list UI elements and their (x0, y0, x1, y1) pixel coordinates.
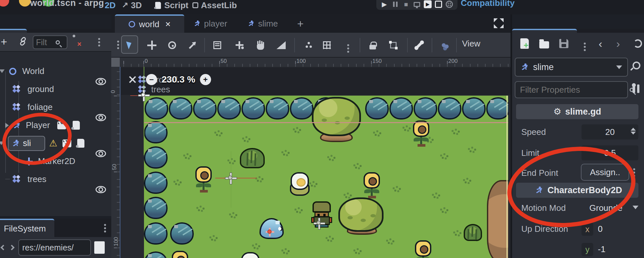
scene-tab-player[interactable]: player (186, 14, 235, 33)
player-gizmo-crosshair[interactable] (314, 218, 325, 229)
extra-tools-icon[interactable] (633, 84, 644, 93)
white-flower-sprite (289, 172, 310, 198)
pan-tool-button[interactable] (254, 39, 267, 52)
tab-3d[interactable]: ↗ 3D (122, 0, 142, 12)
resource-options-menu[interactable] (579, 37, 591, 50)
scene-tab-world[interactable]: world × (115, 14, 184, 33)
motion-mode-dropdown[interactable]: Grounde (581, 200, 638, 215)
node-rename-input[interactable] (23, 138, 41, 148)
renderer-select[interactable]: Compatibility (461, 0, 515, 8)
scene-tab-slime[interactable]: slime (240, 14, 286, 33)
smart-snap-icon (306, 46, 308, 48)
edited-object-selector[interactable]: slime (515, 58, 628, 77)
expand-viewport-icon[interactable] (494, 18, 504, 28)
chevron-down-icon (633, 206, 638, 209)
rotate-tool-button[interactable] (166, 39, 179, 52)
remote-debug-button[interactable] (413, 0, 421, 9)
tab-filesystem[interactable]: FileSystem (0, 219, 54, 237)
nav-forward-icon[interactable] (9, 245, 15, 250)
tree-row-foliage[interactable]: foliage (0, 98, 111, 116)
focus-selection-icon[interactable] (128, 75, 137, 84)
pause-button[interactable] (391, 0, 400, 9)
tree-row-marker2d[interactable]: Marker2D (0, 152, 111, 170)
tab-script[interactable]: Script (154, 0, 188, 12)
speed-value-field[interactable]: 20 (581, 124, 638, 139)
x-axis-value[interactable]: 0 (598, 224, 602, 234)
grid-snap-button[interactable] (320, 39, 333, 52)
stop-button[interactable]: ■ (402, 0, 410, 9)
property-options-icon[interactable] (633, 168, 635, 170)
ik-chains-button[interactable] (437, 39, 450, 52)
history-icon[interactable] (632, 37, 644, 50)
scene-filter-input[interactable] (36, 38, 56, 47)
collapse-icon[interactable] (0, 69, 5, 73)
open-docs-icon[interactable] (633, 62, 644, 69)
tree-row-world[interactable]: World (0, 62, 111, 80)
zoom-out-button[interactable]: − (146, 74, 157, 85)
filesystem-menu-icon[interactable] (104, 224, 106, 226)
select-tool-button[interactable] (121, 35, 138, 54)
movie-icon[interactable] (57, 121, 66, 129)
tree-row-ground[interactable]: ground (0, 80, 111, 98)
play-scene-icon: ▶ (424, 0, 432, 8)
slime-position-marker[interactable] (266, 228, 274, 236)
inspector-filter-input[interactable] (520, 85, 630, 95)
movie-icon[interactable] (63, 139, 71, 147)
nav-back-icon[interactable] (1, 245, 6, 250)
expand-icon[interactable] (5, 123, 9, 128)
new-scene-tab-button[interactable]: + (291, 14, 310, 33)
history-forward-button[interactable]: › (612, 37, 624, 50)
move-tool-button[interactable] (145, 39, 158, 52)
script-icon[interactable] (73, 121, 80, 130)
smart-snap-button[interactable] (300, 39, 313, 52)
assign-button[interactable]: Assign.. (581, 164, 629, 181)
warning-icon[interactable]: ⚠ (49, 138, 57, 149)
limit-value-field[interactable]: 0.5 (581, 145, 638, 160)
spinner-icon[interactable] (631, 128, 636, 135)
tree-row-trees[interactable]: trees (0, 170, 111, 188)
group-object-button[interactable] (387, 39, 400, 52)
2d-icon: ↓ (98, 1, 102, 10)
tree-row-player[interactable]: Player (0, 116, 111, 134)
save-resource-button[interactable] (558, 37, 570, 50)
y-axis-value[interactable]: -1 (598, 244, 605, 254)
window-minimize-button[interactable] (19, 0, 31, 7)
play-scene-button[interactable]: ▶ (423, 0, 432, 9)
list-select-button[interactable] (211, 39, 224, 52)
skeleton-options-button[interactable] (413, 39, 426, 52)
script-icon[interactable] (77, 139, 84, 148)
history-back-button[interactable]: ‹ (595, 37, 606, 50)
scene-tree-menu-icon[interactable] (98, 38, 100, 40)
play-button[interactable]: ▶ (380, 0, 389, 9)
node-gizmo-crosshair[interactable] (225, 173, 237, 184)
tree-row-sli[interactable]: ⚠ (0, 134, 111, 152)
node-rename-field (8, 136, 45, 151)
new-resource-button[interactable]: + (519, 37, 530, 50)
ruler-tool-button[interactable] (275, 39, 288, 52)
path-input[interactable] (22, 243, 87, 252)
window-close-button[interactable] (0, 0, 9, 7)
snap-object-button[interactable] (233, 39, 246, 52)
script-section-header[interactable]: ⚙ slime.gd (516, 104, 638, 119)
zoom-percent[interactable]: 230.3 % (162, 74, 195, 85)
ruler-icon (277, 41, 286, 49)
movie-maker-button[interactable] (445, 0, 454, 9)
tab-assetlib[interactable]: AssetLib (192, 0, 237, 12)
lock-object-button[interactable] (366, 39, 379, 52)
viewport-canvas[interactable]: ground trees − 230.3 % + (120, 67, 511, 258)
zoom-in-button[interactable]: + (200, 74, 211, 85)
play-custom-scene-button[interactable] (434, 0, 443, 9)
tab-2d[interactable]: ↓ 2D (98, 0, 116, 12)
view-menu-button[interactable]: View (462, 39, 480, 49)
instance-scene-button[interactable] (18, 36, 30, 48)
close-tab-icon[interactable]: × (165, 19, 170, 29)
scale-tool-button[interactable] (186, 39, 199, 52)
load-resource-button[interactable] (538, 37, 550, 50)
toolbar-overflow-icon[interactable] (117, 41, 119, 43)
add-node-button[interactable]: + (1, 37, 7, 46)
collapse-icon[interactable] (0, 141, 4, 145)
sunflower-sprite (410, 120, 432, 149)
group-icon (390, 42, 397, 48)
snap-options-menu[interactable] (342, 39, 355, 52)
characterbody2d-section-header[interactable]: CharacterBody2D (516, 183, 638, 198)
